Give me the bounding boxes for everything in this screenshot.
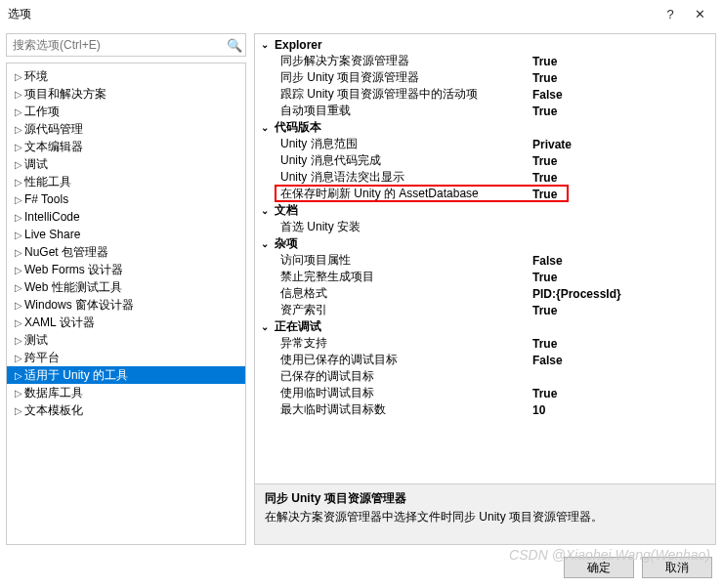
property-name: 已保存的调试目标 bbox=[255, 368, 529, 385]
property-row[interactable]: 使用临时调试目标True bbox=[255, 385, 715, 401]
property-value[interactable]: True bbox=[529, 271, 715, 284]
property-value[interactable]: True bbox=[529, 304, 715, 317]
tree-item[interactable]: ▷Web 性能测试工具 bbox=[7, 278, 245, 296]
property-row[interactable]: 首选 Unity 安装 bbox=[255, 219, 715, 235]
property-row[interactable]: 同步解决方案资源管理器True bbox=[255, 53, 715, 69]
property-value[interactable]: False bbox=[529, 88, 715, 102]
tree-item[interactable]: ▷Windows 窗体设计器 bbox=[7, 296, 245, 314]
search-icon[interactable]: 🔍 bbox=[224, 37, 245, 53]
cancel-button[interactable]: 取消 bbox=[642, 557, 712, 578]
chevron-right-icon: ▷ bbox=[13, 142, 24, 152]
property-value[interactable]: True bbox=[529, 337, 715, 351]
tree-item[interactable]: ▷适用于 Unity 的工具 bbox=[7, 366, 245, 384]
property-value[interactable]: True bbox=[529, 105, 715, 118]
chevron-right-icon: ▷ bbox=[13, 317, 24, 328]
property-row[interactable]: 使用已保存的调试目标False bbox=[255, 352, 715, 368]
tree-item-label: 适用于 Unity 的工具 bbox=[24, 367, 128, 384]
property-row[interactable]: Unity 消息范围Private bbox=[255, 136, 715, 152]
property-row[interactable]: 资产索引True bbox=[255, 302, 715, 318]
property-row[interactable]: Unity 消息语法突出显示True bbox=[255, 169, 715, 186]
property-group-header[interactable]: ⌄代码版本 bbox=[255, 119, 715, 136]
tree-item[interactable]: ▷源代码管理 bbox=[7, 120, 245, 138]
group-name: 正在调试 bbox=[275, 318, 321, 335]
property-row[interactable]: 最大临时调试目标数10 bbox=[255, 401, 715, 418]
tree-item-label: 工作项 bbox=[24, 104, 60, 120]
property-value[interactable]: True bbox=[529, 154, 715, 168]
property-row[interactable]: 异常支持True bbox=[255, 335, 715, 352]
tree-item[interactable]: ▷NuGet 包管理器 bbox=[7, 243, 245, 261]
tree-item[interactable]: ▷跨平台 bbox=[7, 349, 245, 366]
group-name: 代码版本 bbox=[275, 119, 321, 136]
property-name: 最大临时调试目标数 bbox=[255, 401, 529, 418]
right-panel: ⌄Explorer同步解决方案资源管理器True同步 Unity 项目资源管理器… bbox=[254, 33, 716, 545]
property-name: 使用已保存的调试目标 bbox=[255, 352, 529, 368]
property-name: 访问项目属性 bbox=[255, 252, 529, 269]
tree-item[interactable]: ▷文本模板化 bbox=[7, 401, 245, 419]
close-button[interactable]: ✕ bbox=[685, 7, 714, 21]
property-row[interactable]: 访问项目属性False bbox=[255, 252, 715, 269]
tree-item[interactable]: ▷XAML 设计器 bbox=[7, 314, 245, 331]
chevron-right-icon: ▷ bbox=[13, 282, 24, 293]
property-value[interactable]: 10 bbox=[529, 403, 715, 417]
tree-item[interactable]: ▷F# Tools bbox=[7, 190, 245, 208]
property-row[interactable]: 已保存的调试目标 bbox=[255, 368, 715, 385]
ok-button[interactable]: 确定 bbox=[564, 557, 634, 578]
property-name: 信息格式 bbox=[255, 285, 529, 302]
property-row[interactable]: 同步 Unity 项目资源管理器True bbox=[255, 69, 715, 86]
tree-item[interactable]: ▷项目和解决方案 bbox=[7, 85, 245, 103]
property-row[interactable]: 信息格式PID:{ProcessId} bbox=[255, 285, 715, 302]
tree-item-label: 项目和解决方案 bbox=[24, 86, 106, 103]
chevron-right-icon: ▷ bbox=[13, 265, 24, 275]
property-value[interactable]: True bbox=[529, 71, 715, 85]
property-name: Unity 消息语法突出显示 bbox=[255, 169, 529, 186]
property-row[interactable]: Unity 消息代码完成True bbox=[255, 152, 715, 169]
chevron-right-icon: ▷ bbox=[13, 388, 24, 399]
tree-item[interactable]: ▷数据库工具 bbox=[7, 384, 245, 401]
chevron-right-icon: ▷ bbox=[13, 71, 24, 82]
chevron-right-icon: ▷ bbox=[13, 353, 24, 363]
property-value[interactable]: False bbox=[529, 354, 715, 367]
tree-item[interactable]: ▷Web Forms 设计器 bbox=[7, 261, 245, 278]
tree-item[interactable]: ▷IntelliCode bbox=[7, 208, 245, 226]
property-group-header[interactable]: ⌄杂项 bbox=[255, 235, 715, 252]
property-value[interactable]: PID:{ProcessId} bbox=[529, 287, 715, 301]
property-name: Unity 消息范围 bbox=[255, 136, 529, 152]
property-name: 首选 Unity 安装 bbox=[255, 219, 529, 235]
property-value[interactable]: True bbox=[529, 188, 715, 201]
property-name: 跟踪 Unity 项目资源管理器中的活动项 bbox=[255, 86, 529, 103]
tree-item-label: 跨平台 bbox=[24, 350, 60, 366]
property-group-header[interactable]: ⌄正在调试 bbox=[255, 318, 715, 335]
property-row[interactable]: 禁止完整生成项目True bbox=[255, 269, 715, 285]
options-tree[interactable]: ▷环境▷项目和解决方案▷工作项▷源代码管理▷文本编辑器▷调试▷性能工具▷F# T… bbox=[6, 63, 246, 545]
tree-item[interactable]: ▷测试 bbox=[7, 331, 245, 349]
tree-item[interactable]: ▷工作项 bbox=[7, 103, 245, 120]
tree-item-label: F# Tools bbox=[24, 192, 68, 206]
content-area: 🔍 ▷环境▷项目和解决方案▷工作项▷源代码管理▷文本编辑器▷调试▷性能工具▷F#… bbox=[0, 27, 722, 551]
tree-item-label: 环境 bbox=[24, 68, 48, 85]
property-row[interactable]: 跟踪 Unity 项目资源管理器中的活动项False bbox=[255, 86, 715, 103]
search-input[interactable] bbox=[7, 36, 224, 54]
property-group-header[interactable]: ⌄文档 bbox=[255, 202, 715, 219]
description-text: 在解决方案资源管理器中选择文件时同步 Unity 项目资源管理器。 bbox=[265, 509, 705, 525]
tree-item[interactable]: ▷环境 bbox=[7, 67, 245, 85]
help-button[interactable]: ? bbox=[656, 7, 685, 21]
tree-item[interactable]: ▷性能工具 bbox=[7, 173, 245, 190]
property-group-header[interactable]: ⌄Explorer bbox=[255, 36, 715, 53]
property-name: 同步解决方案资源管理器 bbox=[255, 53, 529, 69]
chevron-right-icon: ▷ bbox=[13, 230, 24, 240]
tree-item[interactable]: ▷文本编辑器 bbox=[7, 138, 245, 155]
property-value[interactable]: True bbox=[529, 171, 715, 185]
window-title: 选项 bbox=[8, 6, 656, 22]
tree-item[interactable]: ▷调试 bbox=[7, 155, 245, 173]
property-value[interactable]: True bbox=[529, 55, 715, 68]
tree-item-label: IntelliCode bbox=[24, 210, 80, 224]
property-row[interactable]: 自动项目重载True bbox=[255, 103, 715, 119]
property-value[interactable]: False bbox=[529, 254, 715, 268]
property-row[interactable]: 在保存时刷新 Unity 的 AssetDatabaseTrue bbox=[255, 186, 715, 202]
search-box[interactable]: 🔍 bbox=[6, 33, 246, 57]
chevron-down-icon: ⌄ bbox=[261, 122, 275, 133]
property-value[interactable]: True bbox=[529, 387, 715, 400]
tree-item[interactable]: ▷Live Share bbox=[7, 226, 245, 243]
property-value[interactable]: Private bbox=[529, 138, 715, 151]
property-grid[interactable]: ⌄Explorer同步解决方案资源管理器True同步 Unity 项目资源管理器… bbox=[255, 34, 715, 483]
